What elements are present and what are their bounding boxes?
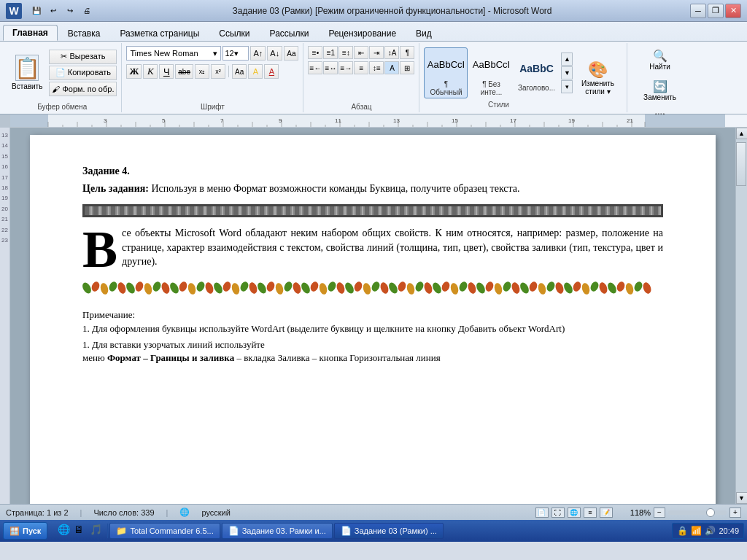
- font-name-selector[interactable]: Times New Roman ▾: [126, 46, 221, 61]
- window-controls[interactable]: ─ ❐ ✕: [690, 4, 741, 18]
- minimize-button[interactable]: ─: [690, 4, 706, 18]
- styles-up-arrow[interactable]: ▲: [561, 52, 573, 66]
- ruler: 3 5 7 9 11 13 15 17 19 21: [0, 114, 747, 128]
- numbering-button[interactable]: ≡1: [323, 46, 338, 59]
- find-label: Найти: [649, 63, 670, 71]
- ie-icon[interactable]: 🌐: [58, 524, 72, 538]
- title-bar: W 💾 ↩ ↪ 🖨 Задание 03 (Рамки) [Режим огра…: [0, 0, 747, 22]
- outline-view-button[interactable]: ≡: [584, 508, 597, 518]
- subscript-button[interactable]: x₂: [195, 64, 209, 79]
- justify-button[interactable]: ≡: [354, 61, 368, 74]
- tab-mailings[interactable]: Рассылки: [260, 25, 319, 41]
- italic-button[interactable]: К: [143, 64, 158, 79]
- strikethrough-button[interactable]: abe: [175, 64, 193, 79]
- tab-insert[interactable]: Вставка: [58, 25, 110, 41]
- scroll-thumb[interactable]: [736, 142, 746, 186]
- font-content: Times New Roman ▾ 12 ▾ A↑ A↓ Аа Ж К Ч ab…: [126, 44, 298, 101]
- style-normal-preview: AaBbCcI: [427, 50, 465, 80]
- zoom-out-button[interactable]: −: [654, 508, 665, 518]
- borders-button[interactable]: ⊞: [400, 61, 414, 74]
- scroll-up-button[interactable]: ▲: [736, 128, 748, 139]
- sort-button[interactable]: ↕A: [384, 46, 399, 59]
- style-heading-label: Заголово...: [518, 84, 555, 92]
- print-layout-button[interactable]: 📄: [535, 508, 549, 518]
- replace-button[interactable]: 🔄 Заменить: [639, 77, 681, 104]
- copy-button[interactable]: 📄 Копировать: [49, 66, 117, 80]
- superscript-button[interactable]: x²: [211, 64, 225, 79]
- highlight-color-button[interactable]: А: [248, 64, 263, 79]
- align-left-button[interactable]: ≡←: [308, 61, 322, 74]
- multilevel-button[interactable]: ≡↕: [338, 46, 353, 59]
- font-clear-button[interactable]: Аа: [284, 46, 298, 61]
- style-no-spacing[interactable]: AaBbCcI ¶ Без инте...: [469, 47, 513, 98]
- align-center-button[interactable]: ≡↔: [323, 61, 338, 74]
- paste-button[interactable]: 📋 Вставить: [7, 52, 47, 93]
- styles-down-arrow[interactable]: ▼: [561, 66, 573, 79]
- find-icon: 🔍: [653, 49, 667, 63]
- style-heading1[interactable]: AaBbC Заголово...: [514, 51, 558, 94]
- scroll-down-button[interactable]: ▼: [736, 492, 748, 504]
- decrease-indent-button[interactable]: ⇤: [354, 46, 368, 59]
- change-styles-button[interactable]: Изменить стили ▾: [576, 79, 619, 96]
- restore-button[interactable]: ❐: [708, 4, 724, 18]
- scroll-track[interactable]: [736, 139, 748, 492]
- media-icon[interactable]: 🎵: [90, 524, 104, 538]
- web-layout-button[interactable]: 🌐: [568, 508, 581, 518]
- replace-icon: 🔄: [653, 79, 667, 93]
- drop-cap-letter: В: [82, 228, 117, 272]
- start-label: Пуск: [23, 526, 41, 535]
- underline-button[interactable]: Ч: [159, 64, 174, 79]
- close-button[interactable]: ✕: [725, 4, 741, 18]
- find-button[interactable]: 🔍 Найти: [645, 46, 675, 74]
- taskbar-word2[interactable]: 📄 Задание 03 (Рамки) ...: [334, 523, 444, 539]
- zoom-slider[interactable]: [668, 510, 727, 515]
- taskbar-total-commander[interactable]: 📁 Total Commander 6.5...: [109, 523, 220, 539]
- font-size-input[interactable]: 12 ▾: [222, 46, 249, 61]
- font-color-button[interactable]: А: [264, 64, 279, 79]
- tab-home[interactable]: Главная: [3, 25, 58, 41]
- start-button[interactable]: 🪟 Пуск: [3, 522, 47, 540]
- change-styles-icon[interactable]: 🎨: [588, 61, 608, 79]
- bullets-button[interactable]: ≡•: [308, 46, 322, 59]
- show-marks-button[interactable]: ¶: [400, 46, 414, 59]
- full-screen-button[interactable]: ⛶: [551, 508, 565, 518]
- document-scroll[interactable]: Задание 4. Цель задания: Используя в мен…: [10, 128, 735, 504]
- font-grow-button[interactable]: A↑: [250, 46, 266, 61]
- shading-button[interactable]: A: [384, 61, 399, 74]
- tab-review[interactable]: Рецензирование: [319, 25, 406, 41]
- style-normal[interactable]: AaBbCcI ¶ Обычный: [424, 47, 468, 98]
- group-clipboard: 📋 Вставить ✂ Вырезать 📄 Копировать 🖌 Фор…: [3, 43, 122, 112]
- case-button[interactable]: Аа: [232, 64, 247, 79]
- align-right-button[interactable]: ≡→: [338, 61, 353, 74]
- svg-rect-2: [48, 114, 645, 127]
- start-icon: 🪟: [9, 526, 20, 536]
- svg-text:9: 9: [279, 117, 282, 124]
- ruler-svg: 3 5 7 9 11 13 15 17 19 21: [10, 114, 725, 127]
- word2-label: Задание 03 (Рамки) ...: [355, 526, 437, 535]
- zoom-in-button[interactable]: +: [729, 508, 741, 518]
- notes-heading: Примечание:: [82, 308, 663, 322]
- qa-print[interactable]: 🖨: [80, 4, 94, 18]
- qa-undo[interactable]: ↩: [46, 4, 61, 18]
- svg-text:17: 17: [510, 117, 516, 124]
- cut-button[interactable]: ✂ Вырезать: [49, 50, 117, 64]
- show-desktop-icon[interactable]: 🖥: [74, 524, 88, 538]
- tab-references[interactable]: Ссылки: [209, 25, 259, 41]
- tab-view[interactable]: Вид: [406, 25, 441, 41]
- font-shrink-button[interactable]: A↓: [267, 46, 282, 61]
- qa-save[interactable]: 💾: [29, 4, 44, 18]
- bold-button[interactable]: Ж: [126, 64, 142, 79]
- group-editing: 🔍 Найти 🔄 Заменить ⬚ Выделить Редактиров…: [627, 43, 692, 112]
- taskbar-word1[interactable]: 📄 Задание 03. Рамки и...: [222, 523, 333, 539]
- change-styles-area: 🎨 Изменить стили ▾: [573, 58, 622, 98]
- tab-layout[interactable]: Разметка страницы: [110, 25, 209, 41]
- format-painter-button[interactable]: 🖌 Форм. по обр.: [49, 82, 117, 96]
- line-spacing-button[interactable]: ↕≡: [369, 61, 384, 74]
- body-text: се объекты Microsoft Word обладают неким…: [82, 226, 663, 269]
- styles-more-arrow[interactable]: ▾: [561, 80, 573, 93]
- increase-indent-button[interactable]: ⇥: [369, 46, 384, 59]
- leaves-svg: [82, 281, 651, 301]
- qa-redo[interactable]: ↪: [63, 4, 77, 18]
- right-scrollbar[interactable]: ▲ ▼: [735, 128, 747, 504]
- draft-view-button[interactable]: 📝: [600, 508, 613, 518]
